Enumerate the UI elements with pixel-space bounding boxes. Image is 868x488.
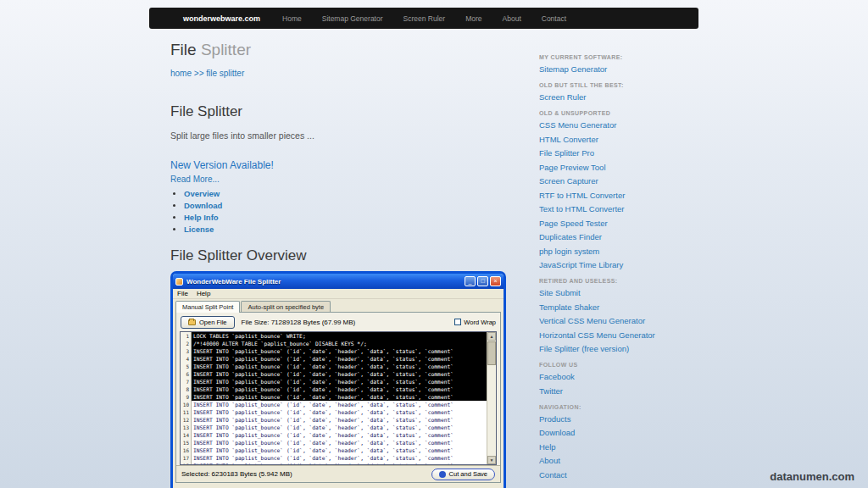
editor-line[interactable]: 2/*!40000 ALTER TABLE `paplist_bounce` D… <box>181 340 487 347</box>
section-title: File Splitter <box>170 103 526 120</box>
read-more-link[interactable]: Read More... <box>170 175 526 184</box>
line-number: 15 <box>181 439 192 446</box>
editor-line[interactable]: 3INSERT INTO `paplist_bounce` (`id`, `da… <box>181 347 487 355</box>
cut-and-save-label: Cut and Save <box>449 470 487 478</box>
scroll-down-icon[interactable]: ▼ <box>487 456 496 464</box>
editor-line[interactable]: 17INSERT INTO `paplist_bounce` (`id`, `d… <box>181 454 487 462</box>
tab-auto-split-on-specified-byte[interactable]: Auto-split on specified byte <box>241 301 331 312</box>
sidebar-link-help[interactable]: Help <box>539 442 709 452</box>
editor-line[interactable]: 9INSERT INTO `paplist_bounce` (`id`, `da… <box>181 393 487 401</box>
sidebar-link-horizontal-css-menu-generator[interactable]: Horizontal CSS Menu Generator <box>539 330 709 340</box>
editor-line[interactable]: 8INSERT INTO `paplist_bounce` (`id`, `da… <box>181 385 487 393</box>
line-text: LOCK TABLES `paplist_bounce` WRITE; <box>192 332 487 340</box>
editor-line[interactable]: 12INSERT INTO `paplist_bounce` (`id`, `d… <box>181 416 487 424</box>
sidebar-link-about[interactable]: About <box>539 456 709 465</box>
editor-line[interactable]: 15INSERT INTO `paplist_bounce` (`id`, `d… <box>181 439 487 446</box>
sidebar-link-php-login-system[interactable]: php login system <box>539 247 709 256</box>
line-text: /*!40000 ALTER TABLE `paplist_bounce` DI… <box>192 340 487 347</box>
menu-item-file[interactable]: File <box>177 290 188 297</box>
sidebar-link-duplicates-finder[interactable]: Duplicates Finder <box>539 232 709 241</box>
editor-line[interactable]: 14INSERT INTO `paplist_bounce` (`id`, `d… <box>181 431 487 439</box>
menu-item-help[interactable]: Help <box>197 290 210 297</box>
editor-line[interactable]: 16INSERT INTO `paplist_bounce` (`id`, `d… <box>181 446 487 454</box>
status-row: Selected: 6230183 Bytes (5.942 MB) Cut a… <box>176 465 500 482</box>
nav-item-sitemap-generator[interactable]: Sitemap Generator <box>322 14 383 23</box>
new-version-link[interactable]: New Version Available! <box>170 159 526 171</box>
nav-item-about[interactable]: About <box>503 14 521 23</box>
file-content-editor[interactable]: 1LOCK TABLES `paplist_bounce` WRITE;2/*!… <box>180 331 497 465</box>
sidebar-link-screen-capturer[interactable]: Screen Capturer <box>539 176 709 186</box>
editor-line[interactable]: 4INSERT INTO `paplist_bounce` (`id`, `da… <box>181 355 487 363</box>
nav-item-contact[interactable]: Contact <box>542 14 566 23</box>
editor-line[interactable]: 7INSERT INTO `paplist_bounce` (`id`, `da… <box>181 378 487 385</box>
sidebar-link-text-to-html-converter[interactable]: Text to HTML Converter <box>539 204 709 214</box>
quick-link-help-info[interactable]: Help Info <box>184 213 219 222</box>
sidebar-link-products[interactable]: Products <box>539 414 709 424</box>
sidebar-heading-old-but-still-the-best: OLD BUT STILL THE BEST: <box>539 82 709 88</box>
list-item: Download <box>184 201 526 210</box>
nav-item-more[interactable]: More <box>465 14 481 23</box>
maximize-button[interactable]: □ <box>477 276 488 286</box>
line-number: 9 <box>181 393 192 401</box>
file-size-label: File Size: 71289128 Bytes (67.99 MB) <box>242 319 356 326</box>
line-number: 10 <box>181 401 192 408</box>
line-text: INSERT INTO `paplist_bounce` (`id`, `dat… <box>192 462 487 464</box>
page-title-primary: File <box>170 41 197 58</box>
line-number: 12 <box>181 416 192 424</box>
sidebar: MY CURRENT SOFTWARE:Sitemap GeneratorOLD… <box>539 54 709 484</box>
quick-link-overview[interactable]: Overview <box>184 189 220 198</box>
scroll-up-icon[interactable]: ▲ <box>487 332 496 341</box>
vertical-scrollbar[interactable]: ▲ ▼ <box>487 332 496 464</box>
line-text: INSERT INTO `paplist_bounce` (`id`, `dat… <box>192 401 487 408</box>
sidebar-link-screen-ruler[interactable]: Screen Ruler <box>539 92 709 102</box>
breadcrumb[interactable]: home >> file splitter <box>170 69 526 78</box>
sidebar-link-file-splitter-pro[interactable]: File Splitter Pro <box>539 148 709 158</box>
quick-link-download[interactable]: Download <box>184 201 222 210</box>
watermark: datanumen.com <box>770 470 854 483</box>
line-number: 16 <box>181 446 192 454</box>
line-number: 7 <box>181 378 192 385</box>
sidebar-link-facebook[interactable]: Facebook <box>539 372 709 381</box>
line-text: INSERT INTO `paplist_bounce` (`id`, `dat… <box>192 446 487 454</box>
sidebar-link-html-converter[interactable]: HTML Converter <box>539 135 709 144</box>
editor-line[interactable]: 10INSERT INTO `paplist_bounce` (`id`, `d… <box>181 401 487 408</box>
editor-lines: 1LOCK TABLES `paplist_bounce` WRITE;2/*!… <box>181 332 487 464</box>
editor-line[interactable]: 18INSERT INTO `paplist_bounce` (`id`, `d… <box>181 462 487 464</box>
form-buttons-row: × Close ? Help (online) i About <box>173 483 504 488</box>
close-window-button[interactable]: × <box>490 276 501 286</box>
editor-line[interactable]: 5INSERT INTO `paplist_bounce` (`id`, `da… <box>181 363 487 370</box>
overview-title: File Splitter Overview <box>170 247 526 264</box>
sidebar-link-twitter[interactable]: Twitter <box>539 386 709 396</box>
sidebar-link-rtf-to-html-converter[interactable]: RTF to HTML Converter <box>539 191 709 200</box>
editor-line[interactable]: 1LOCK TABLES `paplist_bounce` WRITE; <box>181 332 487 340</box>
line-text: INSERT INTO `paplist_bounce` (`id`, `dat… <box>192 393 487 401</box>
cut-and-save-button[interactable]: Cut and Save <box>431 469 495 480</box>
editor-line[interactable]: 13INSERT INTO `paplist_bounce` (`id`, `d… <box>181 424 487 431</box>
sidebar-link-template-shaker[interactable]: Template Shaker <box>539 302 709 312</box>
site-brand[interactable]: wonderwebware.com <box>183 14 260 23</box>
scrollbar-thumb[interactable] <box>487 341 496 365</box>
sidebar-link-vertical-css-menu-generator[interactable]: Vertical CSS Menu Generator <box>539 316 709 325</box>
page-title: File Splitter <box>170 41 526 59</box>
app-toolbar: Open File File Size: 71289128 Bytes (67.… <box>176 313 500 331</box>
open-file-button[interactable]: Open File <box>181 316 235 329</box>
quick-link-license[interactable]: License <box>184 225 214 234</box>
word-wrap-checkbox[interactable] <box>454 319 461 325</box>
editor-line[interactable]: 11INSERT INTO `paplist_bounce` (`id`, `d… <box>181 408 487 416</box>
sidebar-link-sitemap-generator[interactable]: Sitemap Generator <box>539 64 709 74</box>
line-number: 18 <box>181 462 192 464</box>
sidebar-link-page-speed-tester[interactable]: Page Speed Tester <box>539 219 709 228</box>
minimize-button[interactable]: _ <box>465 276 476 286</box>
nav-item-home[interactable]: Home <box>282 14 302 23</box>
sidebar-link-site-submit[interactable]: Site Submit <box>539 288 709 297</box>
sidebar-link-javascript-time-library[interactable]: JavaScript Time Library <box>539 260 709 269</box>
sidebar-link-download[interactable]: Download <box>539 428 709 437</box>
sidebar-link-css-menu-generator[interactable]: CSS Menu Generator <box>539 120 709 130</box>
sidebar-link-contact[interactable]: Contact <box>539 470 709 480</box>
app-titlebar[interactable]: WonderWebWare File Splitter _ □ × <box>173 274 504 289</box>
sidebar-link-file-splitter-free-version[interactable]: File Splitter (free version) <box>539 344 709 353</box>
sidebar-link-page-preview-tool[interactable]: Page Preview Tool <box>539 163 709 172</box>
editor-line[interactable]: 6INSERT INTO `paplist_bounce` (`id`, `da… <box>181 370 487 378</box>
tab-manual-split-point[interactable]: Manual Split Point <box>175 301 240 313</box>
nav-item-screen-ruler[interactable]: Screen Ruler <box>403 14 446 23</box>
